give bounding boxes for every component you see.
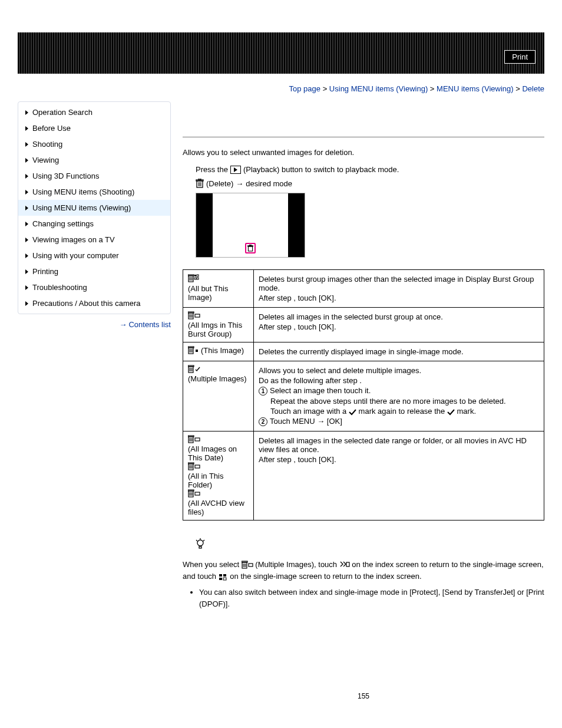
step-1: Press the (Playback) button to switch to…	[196, 165, 544, 174]
sidebar-item-label: Using MENU items (Viewing)	[32, 203, 131, 212]
sidebar-item[interactable]: Changing settings	[18, 216, 170, 232]
svg-rect-54	[199, 546, 201, 548]
sidebar-item-label: Shooting	[32, 140, 62, 149]
step2-text-b: desired mode	[246, 179, 292, 188]
table-row: (Multiple Images)Allows you to select an…	[183, 361, 544, 431]
sidebar-item[interactable]: Troubleshooting	[18, 279, 170, 295]
sidebar-item[interactable]: Viewing	[18, 152, 170, 168]
breadcrumb-top-page[interactable]: Top page	[289, 84, 321, 93]
trash-group-icon	[242, 561, 253, 569]
sidebar-item[interactable]: Using MENU items (Viewing)	[18, 200, 170, 216]
sidebar-item[interactable]: Printing	[18, 263, 170, 279]
mode-desc-cell: Deletes all images in the selected date …	[254, 431, 544, 521]
mode-label-cell: (This Image)	[183, 342, 254, 361]
caret-right-icon	[25, 110, 28, 115]
mode-label: (All but This Image)	[188, 284, 249, 302]
tips-bullet-list: You can also switch between index and si…	[199, 587, 544, 610]
caret-right-icon	[25, 301, 28, 306]
desc-text: Deletes the currently displayed image in…	[259, 347, 539, 356]
sidebar-item-label: Using with your computer	[32, 251, 119, 260]
switch-single-icon	[339, 561, 350, 569]
print-button[interactable]: Print	[504, 50, 535, 64]
trash-icon	[196, 179, 204, 188]
caret-right-icon	[25, 269, 28, 274]
svg-rect-2	[199, 179, 201, 180]
arrow-right-icon: →	[119, 320, 127, 329]
contents-list-link[interactable]: Contents list	[128, 320, 171, 329]
step-2: (Delete) → desired mode	[196, 179, 544, 188]
table-row: (All Images on This Date)(All in This Fo…	[183, 431, 544, 521]
step1-text-a: Press the	[196, 165, 228, 174]
svg-rect-67	[219, 578, 222, 580]
desc-text: Deletes burst group images other than th…	[259, 275, 539, 292]
svg-rect-15	[197, 275, 199, 276]
screen-illustration	[196, 193, 305, 258]
page-number: 155	[183, 692, 544, 700]
trash-variant-icon	[188, 462, 201, 470]
playback-icon	[230, 166, 241, 174]
sidebar: Operation SearchBefore UseShootingViewin…	[18, 101, 171, 314]
svg-rect-29	[196, 350, 198, 352]
desc-text: Repeat the above steps until there are n…	[270, 397, 539, 406]
svg-rect-10	[188, 275, 194, 276]
sidebar-item[interactable]: Operation Search	[18, 104, 170, 120]
mode-label-cell: (All Imgs in This Burst Group)	[183, 308, 254, 342]
svg-rect-14	[194, 275, 196, 276]
sidebar-item-label: Printing	[32, 267, 58, 276]
caret-right-icon	[25, 206, 28, 210]
step-number-2-icon: 2	[259, 417, 267, 426]
svg-rect-23	[195, 314, 200, 317]
svg-rect-6	[248, 246, 252, 251]
caret-right-icon	[25, 253, 28, 258]
trash-variant-icon	[188, 346, 200, 354]
trash-variant-icon	[188, 489, 201, 498]
breadcrumb: Top page > Using MENU items (Viewing) > …	[18, 84, 544, 93]
svg-rect-8	[250, 245, 252, 245]
breadcrumb-current: Delete	[522, 84, 544, 93]
sidebar-item[interactable]: Using MENU items (Shooting)	[18, 184, 170, 200]
caret-right-icon	[25, 158, 28, 163]
mode-label-cell: (All Images on This Date)(All in This Fo…	[183, 431, 254, 521]
step2-text-a: (Delete)	[206, 179, 233, 188]
desc-text: Deletes all images in the selected burst…	[259, 312, 539, 321]
step1-text-b: (Playback) button to switch to playback …	[243, 165, 399, 174]
desc-text: After step , touch [OK].	[259, 455, 539, 464]
svg-rect-66	[223, 574, 226, 577]
sidebar-item[interactable]: Viewing images on a TV	[18, 232, 170, 248]
step-number-1-icon: 1	[259, 387, 267, 396]
svg-rect-59	[242, 561, 247, 562]
breadcrumb-cat2[interactable]: MENU items (Viewing)	[437, 84, 514, 93]
table-row: (All Imgs in This Burst Group)Deletes al…	[183, 308, 544, 342]
svg-rect-63	[249, 564, 253, 566]
sidebar-item-label: Using 3D Functions	[32, 172, 99, 180]
sidebar-item[interactable]: Using 3D Functions	[18, 168, 170, 184]
table-row: (This Image)Deletes the currently displa…	[183, 342, 544, 361]
desc-text: After step , touch [OK].	[259, 322, 539, 331]
mode-desc-cell: Deletes burst group images other than th…	[254, 270, 544, 308]
svg-line-56	[203, 540, 204, 541]
sidebar-item[interactable]: Using with your computer	[18, 248, 170, 263]
mode-label: (All in This Folder)	[188, 472, 249, 489]
svg-rect-65	[219, 574, 222, 577]
sidebar-item[interactable]: Before Use	[18, 120, 170, 136]
sidebar-item[interactable]: Precautions / About this camera	[18, 295, 170, 311]
svg-line-55	[196, 540, 197, 541]
svg-rect-48	[188, 490, 194, 491]
svg-rect-64	[346, 562, 349, 566]
sidebar-item-label: Troubleshooting	[32, 283, 87, 292]
trash-variant-icon	[188, 365, 201, 373]
table-row: (All but This Image)Deletes burst group …	[183, 270, 544, 308]
mode-desc-cell: Deletes all images in the selected burst…	[254, 308, 544, 342]
sidebar-item[interactable]: Shooting	[18, 136, 170, 152]
desc-text: 1Select an image then touch it.	[259, 386, 539, 396]
breadcrumb-cat1[interactable]: Using MENU items (Viewing)	[329, 84, 428, 93]
switch-index-icon	[219, 574, 228, 581]
sidebar-item-label: Viewing images on a TV	[32, 235, 115, 244]
caret-right-icon	[25, 238, 28, 242]
svg-rect-19	[188, 312, 194, 313]
svg-rect-46	[195, 465, 200, 468]
desc-text: After step , touch [OK].	[259, 294, 539, 302]
trash-variant-icon	[188, 435, 201, 443]
svg-rect-16	[194, 278, 196, 279]
sidebar-item-label: Changing settings	[32, 219, 94, 228]
